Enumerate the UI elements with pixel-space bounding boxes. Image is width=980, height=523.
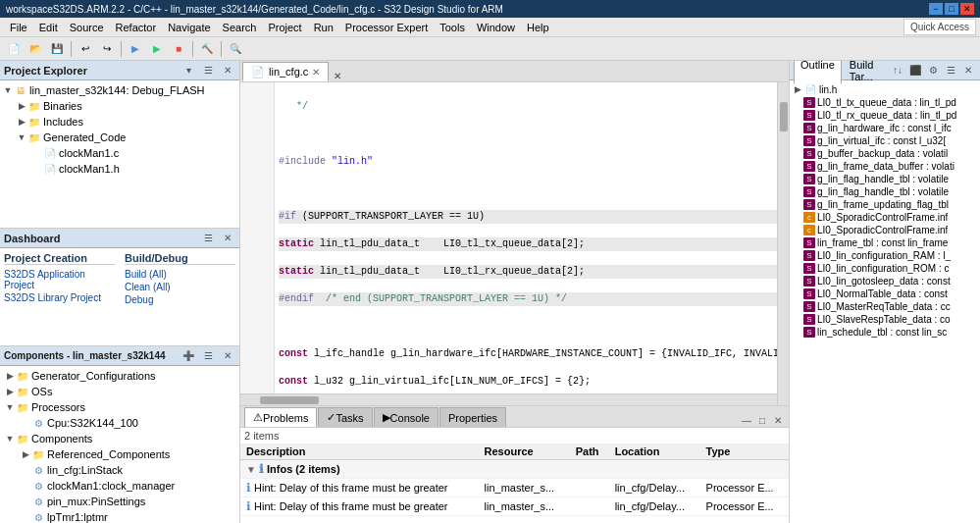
col-path[interactable]: Path bbox=[570, 444, 609, 460]
comp-item-lptmr[interactable]: ▶ ⚙ lpTmr1:lptmr bbox=[0, 509, 239, 523]
project-explorer-menu-btn[interactable]: ☰ bbox=[200, 63, 216, 78]
comp-item-pin-mux[interactable]: ▶ ⚙ pin_mux:PinSettings bbox=[0, 494, 239, 509]
outline-item-6[interactable]: S g_lin_flag_handle_tbl : volatile bbox=[790, 173, 980, 185]
editor-tab-lin-cfg[interactable]: 📄 lin_cfg.c ✕ bbox=[242, 62, 329, 81]
scrollbar-thumb-horizontal[interactable] bbox=[260, 396, 319, 404]
menu-file[interactable]: File bbox=[4, 20, 33, 35]
comp-item-cpu[interactable]: ▶ ⚙ Cpu:S32K144_100 bbox=[0, 415, 239, 431]
project-explorer-collapse-btn[interactable]: ▾ bbox=[181, 63, 196, 78]
outline-item-12[interactable]: S LI0_lin_configuration_RAM : l_ bbox=[790, 249, 980, 262]
stop-button[interactable]: ■ bbox=[169, 40, 188, 58]
maximize-button[interactable]: □ bbox=[945, 3, 958, 15]
close-button[interactable]: ✕ bbox=[960, 3, 974, 15]
col-type[interactable]: Type bbox=[700, 444, 789, 460]
col-resource[interactable]: Resource bbox=[479, 444, 570, 460]
outline-item-4[interactable]: S g_buffer_backup_data : volatil bbox=[790, 147, 980, 160]
open-button[interactable]: 📂 bbox=[26, 40, 45, 58]
outline-item-7[interactable]: S g_lin_flag_handle_tbl : volatile bbox=[790, 185, 980, 198]
comp-item-processors[interactable]: ▼ 📁 Processors bbox=[0, 399, 239, 415]
menu-refactor[interactable]: Refactor bbox=[110, 20, 163, 35]
tree-item-binaries[interactable]: ▶ 📁 Binaries bbox=[0, 98, 239, 114]
outline-item-17[interactable]: S LI0_SlaveRespTable_data : co bbox=[790, 313, 980, 326]
build-button[interactable]: 🔨 bbox=[197, 40, 217, 58]
outline-item-5[interactable]: S g_lin_frame_data_buffer : volati bbox=[790, 160, 980, 173]
components-add-btn[interactable]: ➕ bbox=[181, 348, 196, 364]
bottom-panel-close-btn[interactable]: ✕ bbox=[771, 413, 785, 427]
menu-help[interactable]: Help bbox=[521, 20, 555, 35]
menu-window[interactable]: Window bbox=[471, 20, 521, 35]
outline-file-item[interactable]: ▶ 📄 lin.h bbox=[790, 82, 980, 96]
comp-item-lin-cfg[interactable]: ▶ ⚙ lin_cfg:LinStack bbox=[0, 462, 239, 478]
debug-button[interactable]: ▶ bbox=[126, 40, 145, 58]
tree-item-clockman1h[interactable]: ▶ 📄 clockMan1.h bbox=[0, 161, 239, 177]
redo-button[interactable]: ↪ bbox=[97, 40, 117, 58]
outline-filter-btn[interactable]: ⬛ bbox=[907, 63, 923, 78]
bottom-panel-minimize-btn[interactable]: — bbox=[740, 413, 753, 427]
tab-console[interactable]: ▶ Console bbox=[374, 407, 438, 427]
outline-item-10[interactable]: c LI0_SporadicControlFrame.inf bbox=[790, 224, 980, 236]
tab-tasks[interactable]: ✓ Tasks bbox=[318, 407, 372, 427]
menu-tools[interactable]: Tools bbox=[434, 20, 471, 35]
outline-item-2[interactable]: S g_lin_hardware_ifc : const l_ifc bbox=[790, 122, 980, 134]
outline-item-18[interactable]: S lin_schedule_tbl : const lin_sc bbox=[790, 326, 980, 339]
menu-edit[interactable]: Edit bbox=[33, 20, 64, 35]
tab-problems[interactable]: ⚠ Problems bbox=[244, 407, 317, 427]
tab-properties[interactable]: Properties bbox=[439, 407, 506, 427]
menu-search[interactable]: Search bbox=[217, 20, 263, 35]
s32ds-lib-project-btn[interactable]: S32DS Library Project bbox=[4, 291, 115, 304]
outline-item-9[interactable]: c LI0_SporadicControlFrame.inf bbox=[790, 211, 980, 224]
menu-run[interactable]: Run bbox=[308, 20, 339, 35]
clean-all-btn[interactable]: Clean (All) bbox=[125, 281, 235, 293]
dashboard-close-btn[interactable]: ✕ bbox=[220, 231, 235, 246]
scrollbar-thumb-vertical[interactable] bbox=[780, 102, 788, 131]
debug-link-btn[interactable]: Debug bbox=[125, 293, 235, 306]
tree-item-clockman1c[interactable]: ▶ 📄 clockMan1.c bbox=[0, 145, 239, 161]
minimize-button[interactable]: − bbox=[929, 3, 943, 15]
s32ds-app-project-btn[interactable]: S32DS Application Project bbox=[4, 268, 115, 291]
tree-item-root[interactable]: ▼ 🖥 lin_master_s32k144: Debug_FLASH bbox=[0, 82, 239, 98]
quick-access-input[interactable]: Quick Access bbox=[903, 19, 976, 35]
tree-item-generated-code[interactable]: ▼ 📁 Generated_Code bbox=[0, 130, 239, 145]
col-description[interactable]: Description bbox=[240, 444, 479, 460]
code-content[interactable]: */ #include "lin.h" #if (SUPPORT_TRANSPO… bbox=[275, 82, 789, 405]
editor-scrollbar-vertical[interactable] bbox=[777, 82, 789, 405]
problems-group-row[interactable]: ▼ ℹ Infos (2 items) bbox=[240, 460, 789, 479]
comp-item-generator[interactable]: ▶ 📁 Generator_Configurations bbox=[0, 368, 239, 384]
dashboard-menu-btn[interactable]: ☰ bbox=[200, 231, 216, 246]
tab-close-lin-cfg[interactable]: ✕ bbox=[312, 67, 320, 78]
search-toolbar-button[interactable]: 🔍 bbox=[226, 40, 245, 58]
outline-sort-btn[interactable]: ↑↓ bbox=[890, 63, 905, 78]
editor-area[interactable]: */ #include "lin.h" #if (SUPPORT_TRANSPO… bbox=[240, 82, 789, 405]
bottom-panel-maximize-btn[interactable]: □ bbox=[755, 413, 769, 427]
outline-item-16[interactable]: S LI0_MasterReqTable_data : cc bbox=[790, 300, 980, 313]
tree-item-includes[interactable]: ▶ 📁 Includes bbox=[0, 114, 239, 130]
outline-menu-btn[interactable]: ☰ bbox=[943, 63, 958, 78]
comp-item-components[interactable]: ▼ 📁 Components bbox=[0, 431, 239, 446]
undo-button[interactable]: ↩ bbox=[76, 40, 95, 58]
project-explorer-close-btn[interactable]: ✕ bbox=[220, 63, 235, 78]
outline-item-3[interactable]: S g_lin_virtual_ifc : const l_u32[ bbox=[790, 134, 980, 147]
menu-processor-expert[interactable]: Processor Expert bbox=[339, 20, 434, 35]
menu-project[interactable]: Project bbox=[262, 20, 307, 35]
table-row[interactable]: ℹ Hint: Delay of this frame must be grea… bbox=[240, 479, 789, 497]
comp-item-oss[interactable]: ▶ 📁 OSs bbox=[0, 384, 239, 399]
comp-item-clockman[interactable]: ▶ ⚙ clockMan1:clock_manager bbox=[0, 478, 239, 494]
outline-item-15[interactable]: S LI0_NormalTable_data : const bbox=[790, 288, 980, 300]
outline-item-14[interactable]: S LI0_lin_gotosleep_data : const bbox=[790, 275, 980, 288]
save-button[interactable]: 💾 bbox=[47, 40, 67, 58]
build-all-btn[interactable]: Build (All) bbox=[125, 268, 235, 281]
comp-item-referenced[interactable]: ▶ 📁 Referenced_Components bbox=[0, 446, 239, 462]
outline-item-13[interactable]: S LI0_lin_configuration_ROM : c bbox=[790, 262, 980, 275]
components-close-btn[interactable]: ✕ bbox=[220, 348, 235, 364]
outline-item-8[interactable]: S g_lin_frame_updating_flag_tbl bbox=[790, 198, 980, 211]
components-menu-btn[interactable]: ☰ bbox=[200, 348, 216, 364]
menu-navigate[interactable]: Navigate bbox=[162, 20, 216, 35]
new-button[interactable]: 📄 bbox=[4, 40, 24, 58]
outline-item-11[interactable]: S lin_frame_tbl : const lin_frame bbox=[790, 236, 980, 249]
editor-scrollbar-horizontal[interactable] bbox=[240, 393, 777, 405]
outline-item-1[interactable]: S LI0_tl_rx_queue_data : lin_tl_pd bbox=[790, 109, 980, 122]
col-location[interactable]: Location bbox=[609, 444, 700, 460]
outline-item-0[interactable]: S LI0_tl_tx_queue_data : lin_tl_pd bbox=[790, 96, 980, 109]
outline-settings-btn[interactable]: ⚙ bbox=[925, 63, 941, 78]
menu-source[interactable]: Source bbox=[64, 20, 110, 35]
